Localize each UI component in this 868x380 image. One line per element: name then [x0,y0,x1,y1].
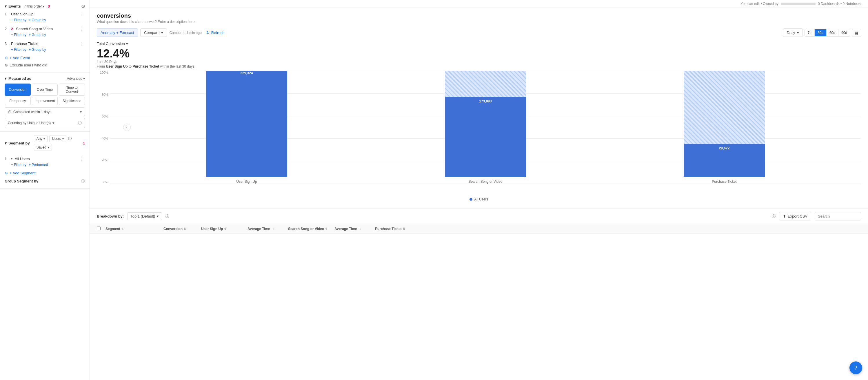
segment-collapse-icon[interactable]: ▾ [11,157,12,160]
add-segment-button[interactable]: ⊕ + Add Segment [5,169,85,176]
events-section-header[interactable]: ▾ Events in this order ▾ 3 ⊙ [5,3,85,9]
event-group-1[interactable]: + Group by [29,18,46,22]
events-title: Events [8,4,21,8]
breakdown-chevron: ▾ [157,214,159,218]
event-menu-1[interactable]: ⋮ [79,11,85,17]
tab-improvement[interactable]: Improvement [32,97,58,105]
tab-conversion[interactable]: Conversion [5,84,31,96]
measure-tabs: Conversion Over Time Time to Convert Fre… [5,84,85,105]
metric-label-dropdown[interactable]: Total Conversion ▾ [97,41,128,46]
period-60d[interactable]: 60d [827,29,838,36]
collapse-events-icon: ▾ [5,4,7,8]
metric-value: 12.4% [97,47,861,60]
chart-subtitle: What question does this chart answer? En… [97,20,861,24]
breakdown-select[interactable]: Top 1 (Default) ▾ [127,212,162,220]
event-filter-1[interactable]: + Filter by [11,18,26,22]
chart-container: 100% 80% 60% 40% 20% 0% [97,71,861,193]
th-segment[interactable]: Segment ⇅ [105,227,163,231]
group-segment-row: Group Segment by ⓘ [5,176,85,185]
th-avg-time-2[interactable]: Average Time → [335,227,375,231]
th-avg-time-1[interactable]: Average Time → [248,227,288,231]
right-controls: Daily ▾ 7d 30d 60d 90d ▦ [783,28,861,37]
main-content: You can edit • Owned by 0 Dashboards • 0… [90,0,868,380]
measured-as-title[interactable]: ▾ Measured as [5,76,31,81]
th-search-song[interactable]: Search Song or Video ⇅ [288,227,335,231]
event-num-3: 3 [5,41,9,46]
event-menu-2[interactable]: ⋮ [79,26,85,32]
segment-header[interactable]: ▾ Segment by Any ▾ Users ▾ ⓘ Saved ▾ 1 [5,135,85,151]
event-num-2: 2 [5,27,9,31]
refresh-button[interactable]: ↻ Refresh [204,29,227,36]
period-7d[interactable]: 7d [805,29,815,36]
floating-action-button[interactable]: ? [849,361,862,374]
bar-purchase-solid[interactable]: 28,472 [684,144,765,177]
breakdown-label: Breakdown by: [97,214,124,218]
dashboards-text: 0 Dashboards • 0 Notebooks [818,2,862,6]
sort-segment-icon: ⇅ [121,227,124,230]
breakdown-info-icon[interactable]: ⓘ [165,214,169,219]
segment-filter-1[interactable]: + Filter by [11,163,26,167]
bar-search-xlabel: Search Song or Video [468,180,502,184]
tab-time-to-convert[interactable]: Time to Convert [59,84,85,96]
period-30d[interactable]: 30d [815,29,827,36]
segment-badge: 1 [83,141,85,145]
event-item-3: 3 Purchase Ticket ⋮ + Filter by + Group … [5,38,85,53]
legend-dot [469,198,472,201]
exclude-users-button[interactable]: ⊕ Exclude users who did [5,61,85,69]
legend-row: All Users [97,195,861,204]
segment-info-icon[interactable]: ⓘ [68,136,71,141]
event-menu-3[interactable]: ⋮ [79,41,85,47]
computed-text: Computed 1 min ago [169,31,202,35]
chart-nav-left[interactable]: ‹ [123,123,131,131]
breakdown-info-icon-2[interactable]: ⓘ [772,214,776,219]
compare-button[interactable]: Compare ▾ [140,28,167,37]
export-csv-button[interactable]: ⬆ Export CSV [779,212,811,221]
tab-frequency[interactable]: Frequency [5,97,31,105]
event-filter-3[interactable]: + Filter by [11,48,26,52]
bar-user-signup-solid[interactable]: 229,324 [206,71,287,177]
toolbar: Anomaly + Forecast Compare ▾ Computed 1 … [97,28,861,37]
chart-area: conversions What question does this char… [90,8,868,208]
event-group-3[interactable]: + Group by [29,48,46,52]
bar-search-solid[interactable]: 173,093 [445,97,526,177]
counting-chevron: ▾ [53,121,54,125]
group-segment-info[interactable]: ⓘ [82,179,85,184]
completed-within-dropdown[interactable]: ⏱ Completed within 1 days ▾ [5,107,85,116]
counting-by-dropdown[interactable]: Counting by Unique User(s) ▾ ⓘ [5,118,85,128]
calendar-button[interactable]: ▦ [852,29,861,37]
segment-any-dropdown[interactable]: Any ▾ [34,135,48,142]
event-filter-2[interactable]: + Filter by [11,33,26,37]
segment-title: Segment by [8,141,30,145]
collapse-measured-icon: ▾ [5,76,7,81]
advanced-button[interactable]: Advanced ▾ [67,77,85,81]
th-purchase-ticket[interactable]: Purchase Ticket ⇅ [375,227,422,231]
tab-over-time[interactable]: Over Time [32,84,58,96]
th-checkbox [97,227,105,231]
event-group-2[interactable]: + Group by [29,33,46,37]
tab-significance[interactable]: Significance [59,97,85,105]
counting-info-icon[interactable]: ⓘ [78,120,82,126]
event-2-badge: 2 [11,27,13,31]
sort-conversion-icon: ⇅ [184,227,186,230]
th-user-signup[interactable]: User Sign Up ⇅ [201,227,248,231]
add-event-button[interactable]: ⊕ + Add Event [5,53,85,61]
refresh-icon: ↻ [206,30,210,35]
bar-search-label: 173,093 [479,99,492,103]
legend-all-users: All Users [469,197,488,201]
daily-dropdown[interactable]: Daily ▾ [783,28,803,37]
search-input[interactable] [815,212,861,221]
segment-menu-1[interactable]: ⋮ [79,156,85,162]
segment-performed-1[interactable]: + Performed [29,163,48,167]
metric-to: Purchase Ticket [132,64,159,68]
top-bar: You can edit • Owned by 0 Dashboards • 0… [90,0,868,8]
th-conversion[interactable]: Conversion ⇅ [163,227,201,231]
events-in-order: in this order ▾ [24,4,44,8]
segment-users-dropdown[interactable]: Users ▾ [49,135,66,142]
period-90d[interactable]: 90d [838,29,850,36]
select-all-checkbox[interactable] [97,227,100,230]
legend-label: All Users [474,197,488,201]
saved-chevron: ▾ [48,145,49,149]
anomaly-forecast-button[interactable]: Anomaly + Forecast [97,28,138,37]
event-name-2: Search Song or Video [16,27,76,31]
saved-button[interactable]: Saved ▾ [34,144,52,151]
